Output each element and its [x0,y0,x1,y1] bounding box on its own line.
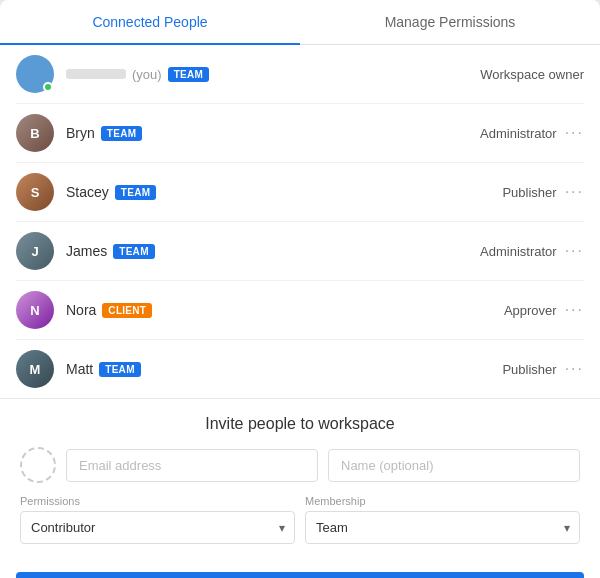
person-info-bryn: Bryn TEAM [66,125,480,141]
dots-menu-james[interactable]: ··· [565,242,584,260]
name-input[interactable] [328,449,580,482]
avatar-matt: M [16,350,54,388]
people-list: (you) TEAM Workspace owner B Bryn TEAM A… [0,45,600,398]
person-role-area-matt: Publisher ··· [502,360,584,378]
person-row-stacey: S Stacey TEAM Publisher ··· [16,163,584,222]
badge-stacey: TEAM [115,185,157,200]
membership-label: Membership [305,495,580,507]
person-info-james: James TEAM [66,243,480,259]
invite-section: Invite people to workspace Permissions C… [0,398,600,560]
person-name-matt: Matt [66,361,93,377]
membership-select-wrapper: TeamClientGuest ▾ [305,511,580,544]
invite-row [20,447,580,483]
new-user-avatar [20,447,56,483]
person-row-matt: M Matt TEAM Publisher ··· [16,340,584,398]
person-row-james: J James TEAM Administrator ··· [16,222,584,281]
person-info-nora: Nora CLIENT [66,302,504,318]
avatar-nora: N [16,291,54,329]
role-stacey: Publisher [502,185,556,200]
tab-manage-permissions[interactable]: Manage Permissions [300,0,600,44]
dots-menu-nora[interactable]: ··· [565,301,584,319]
role-matt: Publisher [502,362,556,377]
invite-user-button[interactable]: INVITE USER [16,572,584,578]
person-name-nora: Nora [66,302,96,318]
avatar-stacey: S [16,173,54,211]
email-input[interactable] [66,449,318,482]
main-card: Connected People Manage Permissions (you… [0,0,600,578]
invite-title: Invite people to workspace [20,415,580,433]
invite-inputs [66,449,580,482]
role-nora: Approver [504,303,557,318]
badge-bryn: TEAM [101,126,143,141]
person-row-nora: N Nora CLIENT Approver ··· [16,281,584,340]
membership-group: Membership TeamClientGuest ▾ [305,495,580,544]
tab-connected-people[interactable]: Connected People [0,0,300,44]
permissions-select-wrapper: ContributorAdministratorPublisherApprove… [20,511,295,544]
person-role-area-bryn: Administrator ··· [480,124,584,142]
role-workspace-owner: Workspace owner [480,67,584,82]
dots-menu-stacey[interactable]: ··· [565,183,584,201]
blurred-name [66,69,126,79]
person-info-matt: Matt TEAM [66,361,502,377]
permissions-select[interactable]: ContributorAdministratorPublisherApprove… [20,511,295,544]
avatar-you [16,55,54,93]
person-row-you: (you) TEAM Workspace owner [16,45,584,104]
badge-nora: CLIENT [102,303,152,318]
person-role-area-you: Workspace owner [480,67,584,82]
role-bryn: Administrator [480,126,557,141]
permissions-label: Permissions [20,495,295,507]
role-james: Administrator [480,244,557,259]
person-row-bryn: B Bryn TEAM Administrator ··· [16,104,584,163]
permissions-group: Permissions ContributorAdministratorPubl… [20,495,295,544]
person-name-james: James [66,243,107,259]
person-info-stacey: Stacey TEAM [66,184,502,200]
person-role-area-stacey: Publisher ··· [502,183,584,201]
you-label: (you) [132,67,162,82]
online-indicator [43,82,53,92]
avatar-bryn: B [16,114,54,152]
person-role-area-james: Administrator ··· [480,242,584,260]
membership-select[interactable]: TeamClientGuest [305,511,580,544]
avatar-james: J [16,232,54,270]
person-name-bryn: Bryn [66,125,95,141]
person-name-stacey: Stacey [66,184,109,200]
person-info-you: (you) TEAM [66,67,480,82]
badge-james: TEAM [113,244,155,259]
badge-matt: TEAM [99,362,141,377]
person-role-area-nora: Approver ··· [504,301,584,319]
dots-menu-bryn[interactable]: ··· [565,124,584,142]
badge-you: TEAM [168,67,210,82]
selects-row: Permissions ContributorAdministratorPubl… [20,495,580,544]
dots-menu-matt[interactable]: ··· [565,360,584,378]
tabs-bar: Connected People Manage Permissions [0,0,600,45]
